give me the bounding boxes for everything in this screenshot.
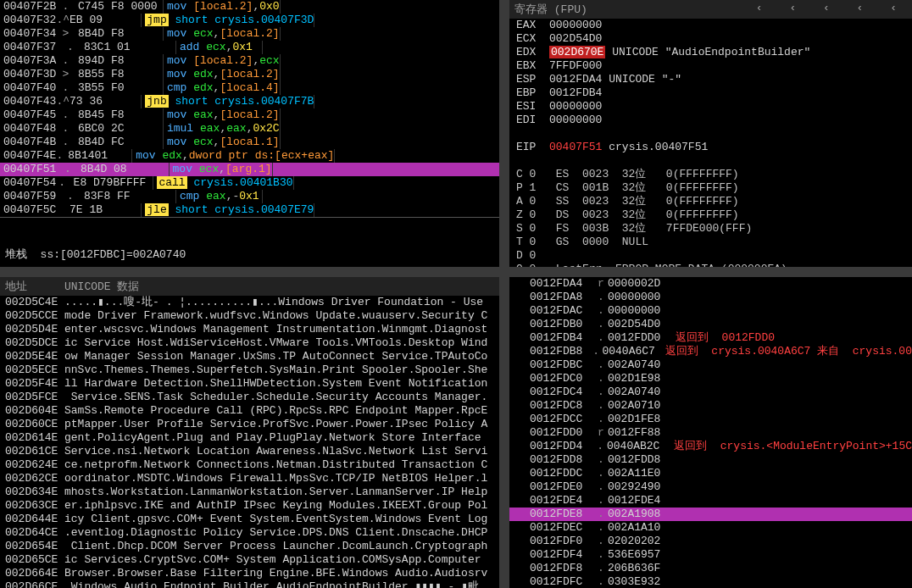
hexdump-row[interactable]: 002D65CEic Services.CryptSvc.COM+ System…: [0, 553, 499, 567]
registers-pane[interactable]: 寄存器 (FPU) ‹ ‹ ‹ ‹ ‹ EAX 00000000ECX 002D…: [509, 0, 912, 267]
hexdump-row[interactable]: 002D5F4Ell Hardware Detection.ShellHWDet…: [0, 377, 499, 391]
stack-row[interactable]: 0012FDD8.0012FDD8: [509, 453, 912, 467]
register-row[interactable]: P 1 CS 001B 32位 0(FFFFFFFF): [509, 181, 912, 195]
stack-row[interactable]: 0012FDD4.0040AB2C返回到 crysis.<ModuleEntry…: [509, 440, 912, 453]
hexdump-row[interactable]: 002D60CEptMapper.User Profile Service.Pr…: [0, 418, 499, 431]
hexdump-row[interactable]: 002D5DCEic Service Host.WdiServiceHost.V…: [0, 336, 499, 350]
hexdump-row[interactable]: 002D624Ece.netprofm.Network Connections.…: [0, 458, 499, 472]
register-row[interactable]: [509, 127, 912, 141]
hexdump-row[interactable]: 002D61CEService.nsi.Network Location Awa…: [0, 445, 499, 458]
hexdump-row[interactable]: 002D604ESamSs.Remote Procedure Call (RPC…: [0, 404, 499, 418]
stack-row[interactable]: 0012FDC4.002A0740: [509, 386, 912, 399]
hexdump-header-addr: 地址: [5, 279, 64, 294]
hexdump-row[interactable]: 002D664EBrowser.Browser.Base Filtering E…: [0, 567, 499, 580]
hexdump-row[interactable]: 002D5ECEnnSvc.Themes.Themes.Superfetch.S…: [0, 363, 499, 377]
disasm-row[interactable]: 00407F3A.894D F8mov [local.2],ecx: [0, 54, 499, 68]
register-row[interactable]: T 0 GS 0000 NULL: [509, 236, 912, 249]
register-row[interactable]: ECX 002D54D0: [509, 32, 912, 46]
hexdump-pane[interactable]: 地址 UNICODE 数据 002D5C4E.....▮...嗖-㘩- . ¦.…: [0, 277, 499, 588]
register-row[interactable]: EBX 7FFDF000: [509, 59, 912, 73]
hexdump-header: 地址 UNICODE 数据: [0, 277, 499, 296]
disasm-row[interactable]: 00407F4B.8B4D FCmov ecx,[local.1]: [0, 136, 499, 149]
register-row[interactable]: O 0 LastErr ERROR_MORE_DATA (000000EA): [509, 263, 912, 267]
disasm-row[interactable]: 00407F54.E8 D79BFFFFcall crysis.00401B30: [0, 176, 499, 190]
disasm-row[interactable]: 00407F51.8B4D 08mov ecx,[arg.1]: [0, 163, 499, 176]
disasm-row[interactable]: 00407F37.83C1 01add ecx,0x1: [0, 41, 499, 54]
hexdump-row[interactable]: 002D644Eicy Client.gpsvc.COM+ Event Syst…: [0, 513, 499, 526]
register-row[interactable]: EBP 0012FDB4: [509, 86, 912, 100]
hexdump-row[interactable]: 002D63CEer.iphlpsvc.IKE and AuthIP IPsec…: [0, 499, 499, 513]
stack-row[interactable]: 0012FDD0r0012FF88: [509, 426, 912, 440]
stack-row[interactable]: 0012FDA4r0000002D: [509, 277, 912, 291]
stack-row[interactable]: 0012FDDC.002A11E0: [509, 467, 912, 480]
hexdump-row[interactable]: 002D5CCEmode Driver Framework.wudfsvc.Wi…: [0, 309, 499, 323]
stack-row[interactable]: 0012FDEC.002A1A10: [509, 521, 912, 535]
register-row[interactable]: A 0 SS 0023 32位 0(FFFFFFFF): [509, 195, 912, 208]
hexdump-row[interactable]: 002D5FCE Service.SENS.Task Scheduler.Sch…: [0, 391, 499, 404]
stack-row[interactable]: 0012FDF8.206B636F: [509, 562, 912, 575]
disassembly-lines[interactable]: 00407F2B.C745 F8 0000mov [local.2],0x000…: [0, 0, 499, 217]
stack-row[interactable]: 0012FDAC.00000000: [509, 304, 912, 318]
disasm-row[interactable]: 00407F48.6BC0 2Cimul eax,eax,0x2C: [0, 122, 499, 136]
hexdump-row[interactable]: 002D5C4E.....▮...嗖-㘩- . ¦..........▮...W…: [0, 296, 499, 309]
hexdump-row[interactable]: 002D5D4Eenter.wscsvc.Windows Management …: [0, 323, 499, 336]
hexdump-row[interactable]: 002D5E4Eow Manager Session Manager.UxSms…: [0, 350, 499, 363]
register-row[interactable]: Z 0 DS 0023 32位 0(FFFFFFFF): [509, 208, 912, 222]
register-row[interactable]: EAX 00000000: [509, 19, 912, 32]
disasm-row[interactable]: 00407F59.83F8 FFcmp eax,-0x1: [0, 190, 499, 203]
disassembly-pane[interactable]: 00407F2B.C745 F8 0000mov [local.2],0x000…: [0, 0, 499, 267]
disasm-row[interactable]: 00407F45.8B45 F8mov eax,[local.2]: [0, 108, 499, 122]
hexdump-row[interactable]: 002D654E Client.Dhcp.DCOM Server Process…: [0, 540, 499, 553]
hexdump-row[interactable]: 002D64CE.eventlog.Diagnostic Policy Serv…: [0, 526, 499, 540]
register-row[interactable]: EDI 00000000: [509, 114, 912, 127]
hexdump-header-data: UNICODE 数据: [64, 279, 139, 294]
register-row[interactable]: ESI 00000000: [509, 100, 912, 114]
hexdump-lines[interactable]: 002D5C4E.....▮...嗖-㘩- . ¦..........▮...W…: [0, 296, 499, 588]
stack-row[interactable]: 0012FDA8.00000000: [509, 291, 912, 304]
horizontal-divider: [0, 267, 912, 277]
registers-title: 寄存器 (FPU): [514, 2, 587, 17]
disasm-row[interactable]: 00407F34>8B4D F8mov ecx,[local.2]: [0, 27, 499, 41]
hexdump-row[interactable]: 002D614Egent.PolicyAgent.Plug and Play.P…: [0, 431, 499, 445]
stack-row[interactable]: 0012FDC0.002D1E98: [509, 372, 912, 386]
hexdump-row[interactable]: 002D62CEoordinator.MSDTC.Windows Firewal…: [0, 472, 499, 485]
stack-row[interactable]: 0012FDE4.0012FDE4: [509, 494, 912, 508]
register-row[interactable]: D 0: [509, 249, 912, 263]
stack-lines[interactable]: 0012FDA4r0000002D0012FDA8.000000000012FD…: [509, 277, 912, 588]
stack-row[interactable]: 0012FDCC.002D1FE8: [509, 413, 912, 426]
registers-lines[interactable]: EAX 00000000ECX 002D54D0EDX 002D670E UNI…: [509, 19, 912, 267]
stack-row[interactable]: 0012FDB4.0012FDD0返回到 0012FDD0: [509, 331, 912, 345]
disasm-row[interactable]: 00407F3D>8B55 F8mov edx,[local.2]: [0, 68, 499, 81]
disassembly-info: 堆栈 ss:[0012FDBC]=002A0740 ecx=002D54D0: [0, 217, 499, 267]
registers-nav[interactable]: ‹ ‹ ‹ ‹ ‹: [756, 2, 907, 17]
stack-row[interactable]: 0012FDB0.002D54D0: [509, 318, 912, 331]
vertical-divider-2: [499, 277, 509, 588]
disasm-row[interactable]: 00407F2B.C745 F8 0000mov [local.2],0x0: [0, 0, 499, 14]
disasm-row[interactable]: 00407F4E.8B1401mov edx,dword ptr ds:[ecx…: [0, 149, 499, 163]
register-row[interactable]: C 0 ES 0023 32位 0(FFFFFFFF): [509, 168, 912, 181]
stack-pane[interactable]: 0012FDA4r0000002D0012FDA8.000000000012FD…: [509, 277, 912, 588]
register-row[interactable]: ESP 0012FDA4 UNICODE "-": [509, 73, 912, 86]
registers-header: 寄存器 (FPU) ‹ ‹ ‹ ‹ ‹: [509, 0, 912, 19]
register-row[interactable]: S 0 FS 003B 32位 7FFDE000(FFF): [509, 222, 912, 236]
hexdump-row[interactable]: 002D634Emhosts.Workstation.LanmanWorksta…: [0, 485, 499, 499]
stack-row[interactable]: 0012FDB8.0040A6C7返回到 crysis.0040A6C7 来自 …: [509, 345, 912, 358]
stack-row[interactable]: 0012FDF4.536E6957: [509, 548, 912, 562]
stack-row[interactable]: 0012FDE0.00292490: [509, 480, 912, 494]
disasm-row[interactable]: 00407F43.^73 36jnb short crysis.00407F7B: [0, 95, 499, 108]
stack-row[interactable]: 0012FDF0.02020202: [509, 535, 912, 548]
disasm-row[interactable]: 00407F40.3B55 F0cmp edx,[local.4]: [0, 81, 499, 95]
hexdump-row[interactable]: 002D66CE.Windows Audio Endpoint Builder.…: [0, 580, 499, 588]
stack-row[interactable]: 0012FDFC.0303E932: [509, 575, 912, 588]
vertical-divider: [499, 0, 509, 267]
stack-row[interactable]: 0012FDE8.002A1908: [509, 508, 912, 521]
stack-row[interactable]: 0012FDC8.002A0710: [509, 399, 912, 413]
register-row[interactable]: [509, 154, 912, 168]
register-row[interactable]: EDX 002D670E UNICODE "AudioEndpointBuild…: [509, 46, 912, 59]
disasm-row[interactable]: 00407F32.^EB 09jmp short crysis.00407F3D: [0, 14, 499, 27]
stack-row[interactable]: 0012FDBC.002A0740: [509, 358, 912, 372]
disasm-row[interactable]: 00407F5C7E 1Bjle short crysis.00407E79: [0, 203, 499, 217]
register-row[interactable]: EIP 00407F51 crysis.00407F51: [509, 141, 912, 154]
